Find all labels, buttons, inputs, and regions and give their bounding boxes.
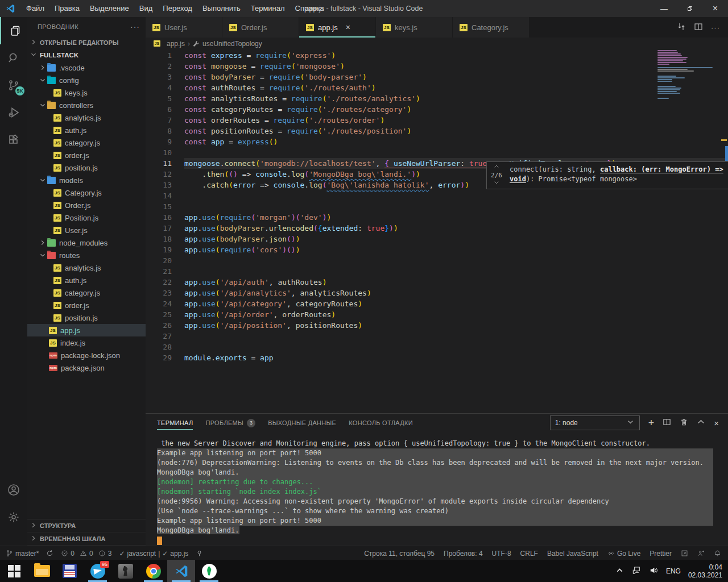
tree-item-keys.js[interactable]: JSkeys.js <box>27 86 146 99</box>
taskbar-app-vscode[interactable] <box>167 560 195 582</box>
menu-item-Выделение[interactable]: Выделение <box>85 4 134 13</box>
extensions-icon[interactable] <box>0 126 27 153</box>
tree-item-package.json[interactable]: npmpackage.json <box>27 361 146 374</box>
code-line[interactable]: 6const categoryRoutes = require('./route… <box>146 104 728 115</box>
code-line[interactable]: 19app.use(require('cors')()) <box>146 244 728 255</box>
code-line[interactable]: 16app.use(require('morgan')('dev')) <box>146 212 728 223</box>
split-terminal-icon[interactable] <box>663 418 671 428</box>
taskbar-app-chrome[interactable] <box>139 560 167 582</box>
volume-icon[interactable] <box>649 566 659 577</box>
explorer-more-icon[interactable]: ··· <box>130 22 140 31</box>
panel-tab-ВЫХОДНЫЕ ДАННЫЕ[interactable]: ВЫХОДНЫЕ ДАННЫЕ <box>268 414 336 432</box>
tree-item-index.js[interactable]: JSindex.js <box>27 336 146 349</box>
maximize-panel-icon[interactable] <box>697 418 705 428</box>
tree-item-category.js[interactable]: JScategory.js <box>27 136 146 149</box>
tree-item-routes[interactable]: routes <box>27 249 146 261</box>
kill-terminal-icon[interactable] <box>680 418 688 428</box>
menu-item-Терминал[interactable]: Терминал <box>246 4 290 13</box>
tree-item-node_modules[interactable]: node_modules <box>27 236 146 249</box>
taskbar-app-telegram[interactable]: 95 <box>84 560 111 582</box>
open-editors-section[interactable]: ОТКРЫТЫЕ РЕДАКТОРЫ <box>27 36 146 49</box>
tree-item-position.js[interactable]: JSposition.js <box>27 311 146 324</box>
tab-Category.js[interactable]: JSCategory.js <box>453 17 530 38</box>
taskbar-app-csgo[interactable] <box>111 560 139 582</box>
code-line[interactable]: 1const express = require('express') <box>146 50 728 61</box>
code-line[interactable]: 8const positionRoutes = require('./route… <box>146 126 728 136</box>
code-line[interactable]: 28 <box>146 342 728 352</box>
minimap[interactable] <box>657 50 719 99</box>
code-line[interactable]: 25app.use('/api/order', orderRoutes) <box>146 309 728 320</box>
account-icon[interactable] <box>0 476 27 504</box>
prettier-status[interactable]: Prettier <box>650 550 672 558</box>
tree-item-analytics.js[interactable]: JSanalytics.js <box>27 111 146 124</box>
git-branch-indicator[interactable]: master* <box>6 550 39 558</box>
keyboard-language[interactable]: ENG <box>666 567 681 575</box>
code-line[interactable]: 18app.use(bodyParser.json()) <box>146 234 728 244</box>
code-line[interactable]: 4const authRoutes = require('./routes/au… <box>146 82 728 93</box>
code-line[interactable]: 7const orderRoutes = require('./routes/o… <box>146 115 728 126</box>
close-tab-icon[interactable]: × <box>346 23 350 32</box>
tree-item-auth.js[interactable]: JSauth.js <box>27 274 146 286</box>
tree-item-position.js[interactable]: JSposition.js <box>27 161 146 174</box>
menu-item-Правка[interactable]: Правка <box>49 4 85 13</box>
breadcrumb-symbol[interactable]: useUnifiedTopology <box>202 40 262 48</box>
settings-gear-icon[interactable] <box>0 504 27 531</box>
taskbar-app-compass[interactable] <box>195 560 223 582</box>
eol-sequence[interactable]: CRLF <box>520 550 538 558</box>
hint-next-icon[interactable] <box>494 180 499 187</box>
new-terminal-icon[interactable]: + <box>648 419 655 427</box>
code-line[interactable]: 20 <box>146 255 728 266</box>
outline-section[interactable]: СТРУКТУРА <box>27 519 146 533</box>
code-line[interactable]: 24app.use('/api/category', categoryRoute… <box>146 298 728 309</box>
minimize-button[interactable]: — <box>651 0 677 17</box>
run-debug-icon[interactable] <box>0 99 27 126</box>
tree-item-config[interactable]: config <box>27 74 146 86</box>
terminal-shell-select[interactable]: 1: node <box>550 415 640 430</box>
tree-item-User.js[interactable]: JSUser.js <box>27 224 146 236</box>
tree-item-category.js[interactable]: JScategory.js <box>27 286 146 299</box>
code-line[interactable]: 15 <box>146 201 728 212</box>
tree-item-auth.js[interactable]: JSauth.js <box>27 124 146 136</box>
code-line[interactable]: 9const app = express() <box>146 136 728 147</box>
breadcrumb-file[interactable]: app.js <box>167 40 185 48</box>
tree-item-analytics.js[interactable]: JSanalytics.js <box>27 261 146 274</box>
menu-item-Выполнить[interactable]: Выполнить <box>197 4 246 13</box>
language-mode[interactable]: Babel JavaScript <box>547 550 598 558</box>
source-control-icon[interactable]: 5K <box>0 72 27 99</box>
problems-indicator[interactable]: 0 0 3 <box>61 550 111 558</box>
open-in-browser-icon[interactable] <box>681 550 688 557</box>
code-line[interactable]: 23app.use('/api/analytics', analyticsRou… <box>146 288 728 298</box>
tray-chevron-up-icon[interactable] <box>615 566 624 577</box>
tree-item-order.js[interactable]: JSorder.js <box>27 299 146 311</box>
explorer-icon[interactable] <box>0 17 28 44</box>
tree-item-.vscode[interactable]: .vscode <box>27 61 146 74</box>
code-line[interactable]: 27 <box>146 331 728 342</box>
code-line[interactable]: 22app.use('/api/auth', authRoutes) <box>146 277 728 288</box>
code-line[interactable]: 14 <box>146 190 728 201</box>
menu-item-Вид[interactable]: Вид <box>134 4 158 13</box>
network-icon[interactable] <box>632 566 642 577</box>
tree-item-Category.js[interactable]: JSCategory.js <box>27 186 146 199</box>
sync-changes-button[interactable] <box>46 550 53 557</box>
encoding[interactable]: UTF-8 <box>492 550 511 558</box>
tree-item-app.js[interactable]: JSapp.js <box>27 324 146 336</box>
eslint-javascript-status[interactable]: ✓ javascript | ✓ app.js <box>119 550 188 558</box>
panel-tab-ТЕРМИНАЛ[interactable]: ТЕРМИНАЛ <box>157 414 193 432</box>
code-line[interactable]: 17app.use(bodyParser.urlencoded({extende… <box>146 223 728 234</box>
feedback-icon[interactable] <box>697 550 705 557</box>
tab-keys.js[interactable]: JSkeys.js <box>376 17 453 38</box>
code-line[interactable]: 3const bodyParser = require('body-parser… <box>146 72 728 82</box>
indentation[interactable]: Пробелов: 4 <box>444 550 483 558</box>
compare-changes-icon[interactable] <box>677 22 686 33</box>
menu-item-Файл[interactable]: Файл <box>21 4 49 13</box>
go-live-button[interactable]: Go Live <box>607 550 640 558</box>
close-panel-icon[interactable]: × <box>714 418 719 428</box>
taskbar-app-explorer[interactable] <box>28 560 56 582</box>
tree-item-models[interactable]: models <box>27 174 146 186</box>
tree-item-package-lock.json[interactable]: npmpackage-lock.json <box>27 349 146 361</box>
workspace-root[interactable]: FULLSTACK <box>27 49 146 61</box>
close-button[interactable]: × <box>702 0 728 17</box>
taskbar-app-floppy[interactable] <box>56 560 84 582</box>
tree-item-controllers[interactable]: controllers <box>27 99 146 111</box>
code-line[interactable]: 5const analyticsRoutes = require('./rout… <box>146 93 728 104</box>
